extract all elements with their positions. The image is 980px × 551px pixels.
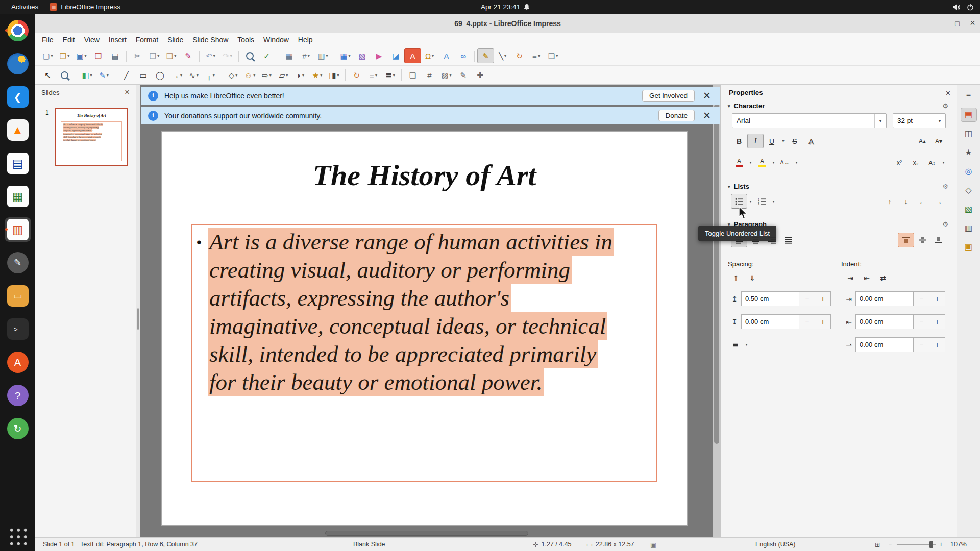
- dock-vscode[interactable]: ❮: [5, 85, 31, 109]
- dock-vlc[interactable]: ▲: [5, 118, 31, 142]
- dropdown-arrow-icon[interactable]: ▾: [253, 73, 255, 78]
- ordered-list-button[interactable]: 123: [754, 194, 770, 209]
- block-arrows-button[interactable]: ⇨▾: [258, 68, 275, 83]
- flowchart-shapes-button[interactable]: ▱▾: [275, 68, 292, 83]
- insert-line-shape-button[interactable]: ╲▾: [494, 48, 511, 63]
- tab-navigator-button[interactable]: ◎: [961, 164, 977, 179]
- indent-before-decrease-button[interactable]: −: [914, 291, 929, 306]
- spacing-below-decrease-button[interactable]: −: [799, 314, 815, 329]
- activities-button[interactable]: Activities: [0, 3, 50, 11]
- undo-button[interactable]: ↶▾: [202, 48, 219, 63]
- donate-button[interactable]: Donate: [658, 110, 695, 121]
- italic-button[interactable]: I: [747, 134, 764, 148]
- horizontal-scrollbar-thumb[interactable]: [325, 531, 528, 536]
- menu-view[interactable]: View: [80, 34, 104, 45]
- selected-text[interactable]: imaginative, conceptual ideas, or techni…: [208, 312, 607, 340]
- clock-menu[interactable]: Apr 21 23:41: [481, 3, 530, 11]
- close-infobar-icon[interactable]: ✕: [701, 91, 713, 101]
- menu-file[interactable]: File: [37, 34, 58, 45]
- slide-page[interactable]: The History of Art •Art is a diverse ran…: [161, 131, 688, 526]
- after-text-indent-field[interactable]: 0.00 cm: [855, 314, 914, 329]
- align-objects-button[interactable]: ≡▾: [365, 68, 382, 83]
- dropdown-arrow-icon[interactable]: ▾: [213, 73, 215, 78]
- selected-text[interactable]: artifacts, expressing the author's: [208, 284, 511, 312]
- star-shapes-button[interactable]: ★▾: [309, 68, 326, 83]
- decrease-font-size-button[interactable]: A▾: [930, 134, 947, 148]
- dropdown-arrow-icon[interactable]: ▾: [556, 54, 558, 58]
- copy-button[interactable]: ❐▾: [146, 48, 163, 63]
- indent-before-increase-button[interactable]: +: [929, 291, 945, 306]
- selected-text[interactable]: skill, intended to be appreciated primar…: [208, 340, 598, 368]
- increase-font-size-button[interactable]: A▴: [914, 134, 930, 148]
- spacing-above-increase-button[interactable]: +: [815, 291, 831, 306]
- insert-image-button[interactable]: ▧: [354, 48, 371, 63]
- insert-chart-button[interactable]: ◪: [387, 48, 404, 63]
- dropdown-arrow-icon[interactable]: ▾: [320, 73, 322, 78]
- align-bottom-button[interactable]: [930, 233, 947, 247]
- slide-title-text[interactable]: The History of Art: [162, 158, 687, 192]
- dock-libreoffice-impress[interactable]: ▥: [5, 217, 31, 242]
- 3d-objects-button[interactable]: ◨▾: [326, 68, 342, 83]
- glue-points-button[interactable]: ✚: [472, 68, 488, 83]
- bold-button[interactable]: B: [731, 134, 747, 148]
- underline-button[interactable]: U: [764, 134, 780, 148]
- font-color-dropdown-icon[interactable]: ▾: [747, 156, 754, 169]
- dock-terminal[interactable]: >_: [5, 317, 31, 341]
- dock-firefox[interactable]: [5, 52, 31, 76]
- export-pdf-button[interactable]: ❐: [90, 48, 107, 63]
- cut-button[interactable]: ✂: [129, 48, 146, 63]
- align-top-button[interactable]: [898, 233, 914, 247]
- dock-chrome[interactable]: [5, 18, 31, 43]
- dropdown-arrow-icon[interactable]: ▾: [349, 54, 351, 58]
- dropdown-arrow-icon[interactable]: ▾: [432, 54, 434, 58]
- dropdown-arrow-icon[interactable]: ▾: [326, 54, 328, 58]
- spelling-button[interactable]: ✓: [258, 48, 275, 63]
- clone-formatting-button[interactable]: ✎: [180, 48, 197, 63]
- menu-insert[interactable]: Insert: [104, 34, 131, 45]
- center-vertically-button[interactable]: [914, 233, 930, 247]
- subscript-button[interactable]: x₂: [908, 155, 924, 170]
- dropdown-arrow-icon[interactable]: ▾: [270, 73, 272, 78]
- move-up-button[interactable]: ↑: [881, 194, 898, 209]
- transformations-button[interactable]: ↻: [511, 48, 528, 63]
- insert-text-box-button[interactable]: A: [404, 48, 421, 63]
- decrease-indent-button[interactable]: ⇤: [859, 270, 875, 285]
- character-position-dropdown-icon[interactable]: ▾: [940, 156, 947, 169]
- section-character[interactable]: ▾ Character: [728, 102, 765, 110]
- document-modified-icon[interactable]: ▣: [650, 541, 656, 548]
- dropdown-arrow-icon[interactable]: ▾: [51, 54, 53, 58]
- menu-format[interactable]: Format: [131, 34, 163, 45]
- arrange-button[interactable]: ❏▾: [545, 48, 561, 63]
- paragraph-more-options-icon[interactable]: ⚙: [942, 220, 948, 228]
- superscript-button[interactable]: x²: [891, 155, 908, 170]
- close-slides-panel-button[interactable]: ×: [125, 87, 130, 97]
- slide-canvas[interactable]: The History of Art •Art is a diverse ran…: [140, 85, 713, 537]
- close-infobar-icon[interactable]: ✕: [701, 111, 713, 120]
- dropdown-arrow-icon[interactable]: ▾: [180, 73, 182, 78]
- insert-line-button[interactable]: ╱: [118, 68, 135, 83]
- menu-window[interactable]: Window: [259, 34, 293, 45]
- tab-shapes-button[interactable]: ◇: [961, 183, 977, 197]
- tab-master-slides-button[interactable]: ▣: [961, 240, 977, 254]
- active-app-menu[interactable]: ▥ LibreOffice Impress: [50, 3, 120, 11]
- dropdown-arrow-icon[interactable]: ▾: [197, 73, 199, 78]
- find-and-replace-button[interactable]: [241, 48, 258, 63]
- selected-text[interactable]: for their beauty or emotional power.: [208, 368, 544, 396]
- dock-files[interactable]: ▭: [5, 284, 31, 308]
- sidebar-settings-button[interactable]: ≡: [961, 89, 977, 103]
- dropdown-arrow-icon[interactable]: ▾: [337, 73, 339, 78]
- dropdown-arrow-icon[interactable]: ▾: [85, 54, 87, 58]
- ellipse-button[interactable]: ◯: [152, 68, 168, 83]
- dock-libreoffice-calc[interactable]: ▦: [5, 184, 31, 209]
- menu-slide[interactable]: Slide: [163, 34, 188, 45]
- below-paragraph-spacing-field[interactable]: 0.00 cm: [741, 314, 799, 329]
- zoom-and-pan-button[interactable]: [56, 68, 73, 83]
- toggle-shadow-button[interactable]: A: [803, 134, 819, 148]
- zoom-out-button[interactable]: −: [888, 538, 892, 551]
- insert-table-button[interactable]: ▦▾: [337, 48, 354, 63]
- menu-tools[interactable]: Tools: [233, 34, 259, 45]
- curves-and-polygons-button[interactable]: ∿▾: [185, 68, 202, 83]
- fill-color-button[interactable]: ◧▾: [79, 68, 95, 83]
- connectors-button[interactable]: ┐▾: [202, 68, 219, 83]
- increase-indent-button[interactable]: ⇥: [842, 270, 859, 285]
